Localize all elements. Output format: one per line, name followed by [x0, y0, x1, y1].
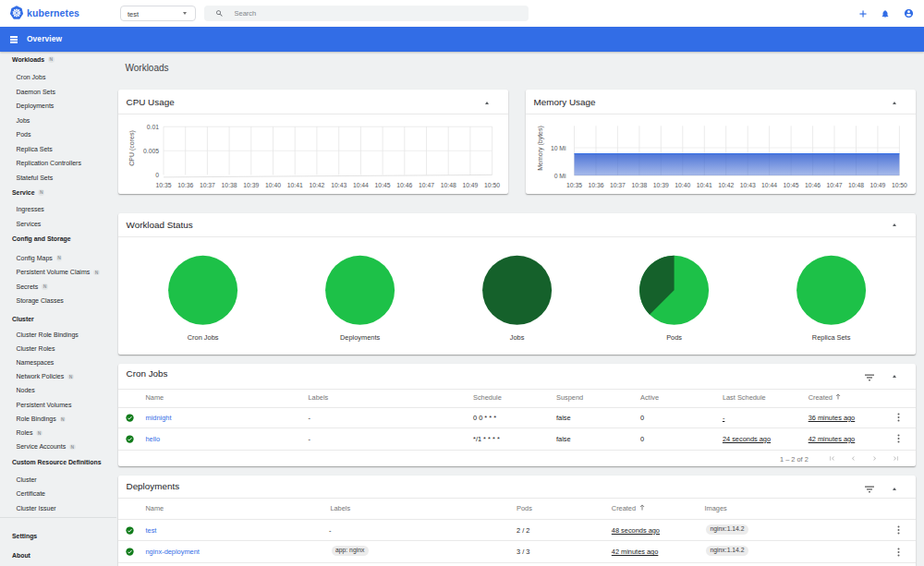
- svg-text:0: 0: [155, 171, 159, 177]
- svg-text:10:48: 10:48: [441, 181, 456, 187]
- svg-text:10:43: 10:43: [331, 181, 346, 187]
- svg-text:10:44: 10:44: [761, 181, 777, 187]
- svg-text:10:36: 10:36: [177, 181, 193, 187]
- svg-text:10:35: 10:35: [566, 181, 582, 187]
- svg-text:10:46: 10:46: [805, 181, 821, 187]
- svg-text:10:49: 10:49: [869, 181, 885, 187]
- svg-text:0.01: 0.01: [147, 123, 159, 129]
- svg-text:10:42: 10:42: [718, 181, 734, 187]
- svg-text:10:42: 10:42: [309, 181, 324, 187]
- svg-text:10:39: 10:39: [243, 181, 259, 187]
- svg-text:10:41: 10:41: [287, 181, 303, 187]
- svg-text:10:46: 10:46: [396, 181, 412, 187]
- svg-text:10:38: 10:38: [222, 181, 237, 187]
- svg-text:CPU (cores): CPU (cores): [128, 130, 136, 166]
- svg-text:10:45: 10:45: [784, 181, 799, 187]
- svg-text:10:43: 10:43: [740, 181, 756, 187]
- svg-text:10:47: 10:47: [826, 181, 842, 187]
- svg-text:10:37: 10:37: [610, 181, 626, 187]
- svg-text:10:50: 10:50: [484, 181, 500, 187]
- svg-text:10:48: 10:48: [848, 181, 864, 187]
- svg-text:Replica Sets: Replica Sets: [812, 332, 851, 341]
- svg-text:0.005: 0.005: [143, 147, 159, 153]
- svg-text:10:35: 10:35: [155, 181, 171, 187]
- svg-text:10 Mi: 10 Mi: [551, 144, 566, 151]
- svg-text:10:38: 10:38: [631, 181, 647, 187]
- svg-text:10:39: 10:39: [653, 181, 669, 187]
- svg-text:10:41: 10:41: [697, 181, 712, 187]
- svg-text:Cron Jobs: Cron Jobs: [188, 332, 219, 341]
- svg-text:10:50: 10:50: [892, 181, 907, 187]
- svg-text:Jobs: Jobs: [510, 332, 525, 341]
- svg-text:10:45: 10:45: [375, 181, 391, 187]
- svg-text:10:40: 10:40: [675, 181, 690, 187]
- svg-text:10:40: 10:40: [265, 181, 281, 187]
- svg-text:Deployments: Deployments: [340, 332, 380, 341]
- svg-text:10:36: 10:36: [588, 181, 603, 187]
- svg-text:0 Mi: 0 Mi: [554, 172, 566, 178]
- svg-text:Memory (bytes): Memory (bytes): [537, 126, 544, 171]
- svg-text:10:37: 10:37: [200, 181, 215, 187]
- svg-text:10:44: 10:44: [353, 181, 369, 187]
- svg-text:10:49: 10:49: [462, 181, 478, 187]
- svg-text:10:47: 10:47: [419, 181, 434, 187]
- svg-text:Pods: Pods: [666, 332, 682, 341]
